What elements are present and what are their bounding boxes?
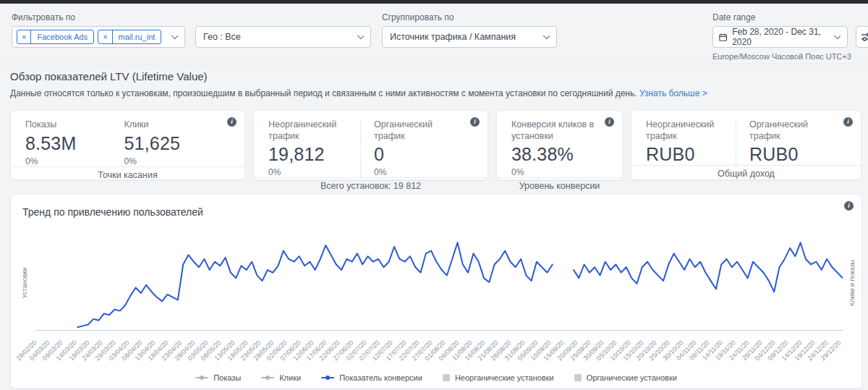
timezone-note: Europe/Moscow Часовой Пояс UTC+3 <box>712 52 851 61</box>
metric: Клики51,6250% <box>124 119 224 166</box>
legend-label: Клики <box>279 373 301 382</box>
legend-item[interactable]: Клики <box>261 373 301 382</box>
geo-filter-value: Гео : Все <box>203 32 241 42</box>
legend-label: Показатель конверсии <box>339 373 422 382</box>
chip-label: Facebook Ads <box>31 33 93 41</box>
metric-delta: 0% <box>511 167 595 177</box>
legend-square-marker-icon <box>443 374 450 381</box>
info-icon[interactable]: i <box>844 201 854 211</box>
sliders-icon <box>861 32 868 42</box>
right-axis-label: Клики и показы <box>847 234 857 331</box>
chart-plot-area[interactable] <box>35 234 843 331</box>
date-range-picker[interactable]: Feb 28, 2020 - Dec 31, 2020 <box>712 26 848 48</box>
kpi-card: iКонверсия кликов в установки38.38%0%Уро… <box>496 110 623 180</box>
chart-legend: ПоказыКликиПоказатель конверсииНеорганич… <box>11 373 861 382</box>
legend-item[interactable]: Органические установки <box>574 373 677 382</box>
metric: Органический трафик00% <box>360 119 466 177</box>
user-acquisition-trend-card: Тренд по привлечению пользователей i Уст… <box>10 194 862 389</box>
metric: Показы8.53M0% <box>25 119 124 166</box>
filter-chip[interactable]: ×mail.ru_int <box>98 30 161 44</box>
kpi-card: iПоказы8.53M0%Клики51,6250%Точки касания <box>10 110 245 180</box>
media-source-filter-select[interactable]: ×Facebook Ads×mail.ru_int <box>12 26 185 48</box>
left-axis-label: Установки <box>20 234 30 331</box>
chevron-down-icon <box>834 33 841 39</box>
section-description: Данные относятся только к установкам, пр… <box>10 88 860 98</box>
card-body: Показы8.53M0%Клики51,6250% <box>11 111 244 166</box>
metric-delta: 0% <box>374 167 460 177</box>
info-icon[interactable]: i <box>605 117 614 127</box>
info-icon[interactable]: i <box>843 117 853 127</box>
legend-item[interactable]: Неорганические установки <box>443 373 554 382</box>
metric-value: 19,812 <box>268 144 354 165</box>
metric: Неорганический трафик19,8120% <box>268 119 360 177</box>
group-by-select[interactable]: Источник трафика / Кампания <box>382 26 557 48</box>
metric-label: Неорганический трафик <box>268 119 354 142</box>
filter-chips: ×Facebook Ads×mail.ru_int <box>17 30 161 44</box>
metric-value: 0 <box>374 144 460 165</box>
legend-label: Органические установки <box>587 373 677 382</box>
learn-more-link[interactable]: Узнать больше > <box>639 88 707 98</box>
metric: Конверсия кликов в установки38.38%0% <box>511 119 600 177</box>
card-body: Конверсия кликов в установки38.38%0% <box>497 111 622 177</box>
kpi-card: iНеорганический трафикRUB0Органический т… <box>631 110 861 180</box>
card-footer: Всего установок: 19 812 <box>254 177 488 194</box>
metric-label: Клики <box>124 119 218 131</box>
group-by-label: Сгруппировать по <box>382 12 454 22</box>
group-by-value: Источник трафика / Кампания <box>390 32 516 42</box>
geo-filter-select[interactable]: Гео : Все <box>195 26 371 48</box>
info-icon[interactable]: i <box>470 117 480 127</box>
legend-line-marker-icon <box>321 377 334 378</box>
metric-delta: 0% <box>124 156 218 166</box>
date-range-value: Feb 28, 2020 - Dec 31, 2020 <box>732 27 827 47</box>
chevron-down-icon <box>171 33 178 39</box>
filter-by-label: Фильтровать по <box>12 12 75 22</box>
metric-label: Показы <box>25 119 119 131</box>
metric-value: 38.38% <box>511 144 595 165</box>
filter-bar: Фильтровать по ×Facebook Ads×mail.ru_int… <box>0 4 868 64</box>
kpi-cards-row: iПоказы8.53M0%Клики51,6250%Точки касания… <box>10 110 862 180</box>
card-body: Неорганический трафик19,8120%Органически… <box>254 111 488 177</box>
ltv-overview-section: Обзор показателей LTV (Lifetime Value) Д… <box>10 70 860 98</box>
card-footer: Общий доход <box>631 165 861 182</box>
chip-label: mail.ru_int <box>113 33 161 41</box>
metric-label: Неорганический трафик <box>646 119 730 142</box>
chart-title: Тренд по привлечению пользователей <box>22 206 203 218</box>
metric-value: 51,625 <box>124 133 218 154</box>
filter-chip[interactable]: ×Facebook Ads <box>17 30 94 44</box>
calendar-icon <box>719 33 727 42</box>
legend-label: Неорганические установки <box>455 373 554 382</box>
x-axis-ticks: 28/02/2004/03/2009/03/2014/03/2019/03/20… <box>35 332 843 364</box>
metric-delta: 0% <box>25 156 119 166</box>
info-icon[interactable]: i <box>227 117 237 127</box>
card-footer: Точки касания <box>11 166 244 183</box>
metric-delta: 0% <box>268 167 354 177</box>
legend-line-marker-icon <box>261 377 274 378</box>
legend-square-marker-icon <box>574 374 582 381</box>
metric-label: Конверсия кликов в установки <box>511 119 595 142</box>
legend-item[interactable]: Показы <box>195 373 241 382</box>
legend-line-marker-icon <box>195 377 208 378</box>
chevron-down-icon <box>357 33 364 39</box>
chip-remove-icon[interactable]: × <box>98 30 112 43</box>
card-body: Неорганический трафикRUB0Органический тр… <box>631 111 861 165</box>
section-title: Обзор показателей LTV (Lifetime Value) <box>10 70 860 82</box>
legend-item[interactable]: Показатель конверсии <box>321 373 422 382</box>
metric-value: RUB0 <box>749 144 833 165</box>
chevron-down-icon <box>543 33 550 39</box>
metric-label: Органический трафик <box>374 119 460 142</box>
metric-value: RUB0 <box>646 144 730 165</box>
metric-label: Органический трафик <box>749 119 833 142</box>
conversion-rate-line <box>35 234 843 330</box>
kpi-card: iНеорганический трафик19,8120%Органическ… <box>253 110 488 180</box>
card-footer: Уровень конверсии <box>497 177 622 194</box>
metric: Неорганический трафикRUB0 <box>646 119 736 165</box>
filter-settings-button[interactable] <box>856 26 868 48</box>
description-text: Данные относятся только к установкам, пр… <box>10 88 637 98</box>
chip-remove-icon[interactable]: × <box>17 30 31 43</box>
date-range-label: Date range <box>712 12 755 22</box>
metric-value: 8.53M <box>25 133 119 154</box>
legend-label: Показы <box>213 373 241 382</box>
metric: Органический трафикRUB0 <box>736 119 839 165</box>
